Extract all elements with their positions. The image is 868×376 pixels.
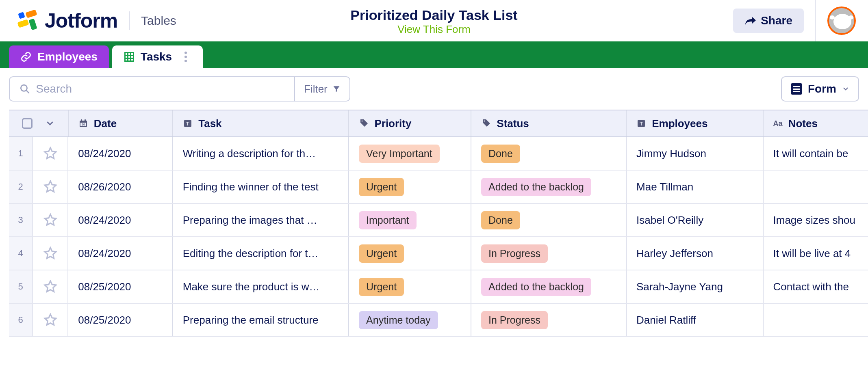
column-status[interactable]: Status — [471, 110, 627, 136]
table-row[interactable]: 408/24/2020Editing the description for t… — [9, 237, 868, 270]
cell-status[interactable]: In Progress — [471, 237, 627, 270]
cell-employee[interactable]: Sarah-Jayne Yang — [627, 270, 764, 303]
star-icon[interactable] — [43, 280, 57, 294]
tabs-bar: Employees Tasks — [0, 41, 868, 68]
tab-employees[interactable]: Employees — [9, 45, 109, 68]
cell-date[interactable]: 08/25/2020 — [68, 304, 173, 336]
column-date[interactable]: 10 Date — [69, 110, 173, 136]
svg-line-5 — [26, 90, 29, 93]
cell-priority[interactable]: Very Important — [349, 137, 471, 170]
text-icon: T — [636, 119, 646, 128]
cell-task[interactable]: Make sure the product is w… — [173, 270, 349, 303]
svg-rect-8 — [81, 119, 82, 121]
cell-task[interactable]: Writing a description for th… — [173, 137, 349, 170]
cell-employee[interactable]: Jimmy Hudson — [627, 137, 764, 170]
column-select — [9, 110, 69, 136]
cell-employee[interactable]: Harley Jefferson — [627, 237, 764, 270]
cell-employee[interactable]: Daniel Ratliff — [627, 304, 764, 336]
form-label: Form — [808, 82, 836, 95]
cell-notes[interactable] — [764, 304, 868, 336]
tab-label: Employees — [37, 50, 98, 63]
chevron-down-icon — [842, 85, 849, 93]
star-icon[interactable] — [43, 147, 57, 160]
column-employees[interactable]: T Employees — [627, 110, 763, 136]
cell-date[interactable]: 08/24/2020 — [68, 137, 173, 170]
column-notes[interactable]: Aa Notes — [764, 110, 868, 136]
row-number: 6 — [9, 304, 33, 336]
star-cell — [33, 204, 68, 236]
app-name: Tables — [141, 14, 176, 28]
table-row[interactable]: 608/25/2020Preparing the email structure… — [9, 304, 868, 337]
svg-text:T: T — [640, 121, 643, 127]
svg-rect-9 — [85, 119, 86, 121]
column-task[interactable]: T Task — [173, 110, 349, 136]
svg-rect-1 — [25, 9, 37, 18]
brand-name: Jotform — [45, 9, 117, 32]
cell-priority[interactable]: Urgent — [349, 270, 471, 303]
cell-notes[interactable] — [764, 171, 868, 203]
share-button[interactable]: Share — [733, 9, 804, 33]
cell-status[interactable]: Added to the backlog — [471, 270, 627, 303]
form-dropdown[interactable]: Form — [781, 76, 859, 102]
search-input[interactable] — [36, 82, 284, 95]
table-row[interactable]: 308/24/2020Preparing the images that …Im… — [9, 204, 868, 237]
chevron-down-icon[interactable] — [45, 119, 55, 128]
cell-task[interactable]: Preparing the email structure — [173, 304, 349, 336]
svg-point-13 — [362, 121, 363, 122]
select-all-checkbox[interactable] — [22, 118, 33, 129]
star-icon[interactable] — [43, 246, 57, 260]
table-row[interactable]: 508/25/2020Make sure the product is w…Ur… — [9, 270, 868, 304]
header: Jotform Tables Prioritized Daily Task Li… — [0, 0, 868, 41]
tab-label: Tasks — [141, 50, 172, 63]
cell-notes[interactable]: Contact with the — [764, 270, 868, 303]
cell-date[interactable]: 08/24/2020 — [68, 204, 173, 236]
text-icon: T — [183, 119, 193, 128]
svg-point-14 — [484, 121, 485, 122]
star-cell — [33, 270, 68, 303]
share-label: Share — [761, 14, 792, 27]
cell-priority[interactable]: Important — [349, 204, 471, 236]
column-priority[interactable]: Priority — [349, 110, 471, 136]
data-table: 10 Date T Task Priority Status T Employe… — [9, 110, 868, 337]
table-row[interactable]: 208/26/2020Finding the winner of the tes… — [9, 171, 868, 204]
brand-logo[interactable]: Jotform — [16, 9, 117, 32]
table-row[interactable]: 108/24/2020Writing a description for th…… — [9, 137, 868, 171]
cell-priority[interactable]: Urgent — [349, 237, 471, 270]
form-icon — [791, 83, 802, 95]
cell-notes[interactable]: It will contain be — [764, 137, 868, 170]
tab-menu-button[interactable] — [180, 51, 191, 63]
cell-priority[interactable]: Anytime today — [349, 304, 471, 336]
tab-tasks[interactable]: Tasks — [112, 45, 203, 68]
star-cell — [33, 304, 68, 336]
cell-priority[interactable]: Urgent — [349, 171, 471, 203]
divider — [129, 11, 130, 30]
view-form-link[interactable]: View This Form — [350, 23, 517, 36]
cell-status[interactable]: Done — [471, 204, 627, 236]
star-icon[interactable] — [43, 213, 57, 227]
cell-task[interactable]: Finding the winner of the test — [173, 171, 349, 203]
search-box[interactable] — [10, 77, 294, 101]
star-icon[interactable] — [43, 180, 57, 194]
cell-status[interactable]: Done — [471, 137, 627, 170]
cell-status[interactable]: Added to the backlog — [471, 171, 627, 203]
cell-date[interactable]: 08/24/2020 — [68, 237, 173, 270]
cell-date[interactable]: 08/26/2020 — [68, 171, 173, 203]
star-cell — [33, 137, 68, 170]
search-icon — [20, 83, 30, 95]
cell-employee[interactable]: Mae Tillman — [627, 171, 764, 203]
cell-notes[interactable]: It will be live at 4 — [764, 237, 868, 270]
filter-label: Filter — [304, 83, 328, 95]
row-number: 5 — [9, 270, 33, 303]
cell-employee[interactable]: Isabel O'Reilly — [627, 204, 764, 236]
cell-status[interactable]: In Progress — [471, 304, 627, 336]
avatar[interactable] — [827, 6, 856, 35]
cell-notes[interactable]: Image sizes shou — [764, 204, 868, 236]
star-icon[interactable] — [43, 313, 57, 327]
cell-date[interactable]: 08/25/2020 — [68, 270, 173, 303]
cell-task[interactable]: Preparing the images that … — [173, 204, 349, 236]
svg-rect-0 — [18, 12, 25, 19]
calendar-icon: 10 — [78, 119, 88, 128]
row-number: 2 — [9, 171, 33, 203]
filter-button[interactable]: Filter — [294, 77, 349, 101]
cell-task[interactable]: Editing the description for t… — [173, 237, 349, 270]
